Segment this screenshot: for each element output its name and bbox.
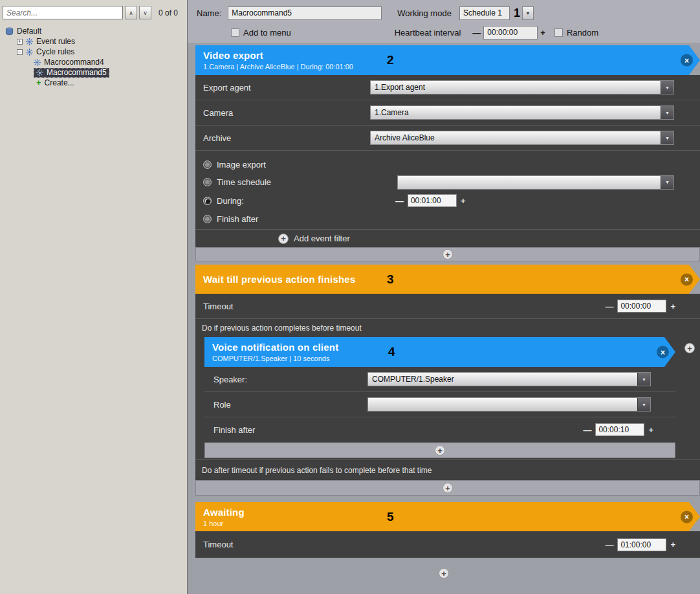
radio-during[interactable]: During: — + xyxy=(203,191,700,210)
chevron-down-icon[interactable]: ▼ xyxy=(661,131,673,144)
minus-button[interactable]: — xyxy=(601,540,617,549)
do-after-label: Do after timeout if previous action fail… xyxy=(195,459,700,480)
tree-item-macrocommand5[interactable]: Macrocommand5 xyxy=(0,67,187,78)
chevron-down-icon[interactable]: ▼ xyxy=(637,373,650,386)
random-label: Random xyxy=(567,28,598,38)
timeout-label: Timeout xyxy=(203,540,233,549)
radio-time-schedule[interactable]: Time schedule ▼ xyxy=(203,173,700,191)
search-prev-button[interactable]: ∧ xyxy=(125,6,137,19)
add-parallel-action-button[interactable]: + xyxy=(684,343,695,353)
radio-icon[interactable] xyxy=(203,197,212,205)
add-event-filter-button[interactable]: + Add event filter xyxy=(195,230,700,247)
speaker-dropdown[interactable]: COMPUTER/1.Speaker ▼ xyxy=(367,372,651,386)
add-to-menu-checkbox[interactable] xyxy=(231,28,239,37)
do-after-text: Do after timeout if previous action fail… xyxy=(202,466,432,475)
section-title: Awaiting xyxy=(203,507,700,518)
time-schedule-dropdown[interactable]: ▼ xyxy=(397,175,674,190)
close-icon[interactable]: × xyxy=(681,54,693,67)
plus-button[interactable]: + xyxy=(457,196,470,206)
minus-button[interactable]: — xyxy=(470,28,483,38)
wait-timeout-input[interactable] xyxy=(617,300,666,313)
section-subtitle: 1.Camera | Archive AliceBlue | During: 0… xyxy=(203,63,700,71)
annotation-1: 1 xyxy=(514,6,520,20)
wait-section: Wait till previous action finishes 3 × T… xyxy=(195,265,700,496)
search-next-button[interactable]: ∨ xyxy=(139,6,151,19)
awaiting-timeout-input[interactable] xyxy=(617,538,666,551)
export-agent-label: Export agent xyxy=(203,83,251,93)
plus-circle-icon[interactable]: + xyxy=(278,234,289,244)
rules-tree: Default + Event rules − Cycle rules xyxy=(0,22,187,88)
close-icon[interactable]: × xyxy=(681,273,693,285)
radio-icon[interactable] xyxy=(203,215,212,223)
role-dropdown[interactable]: ▼ xyxy=(367,397,651,412)
section-title: Wait till previous action finishes xyxy=(203,274,700,285)
during-spinner: — + xyxy=(391,194,470,207)
plus-circle-icon[interactable]: + xyxy=(443,483,453,493)
search-result-count: 0 of 0 xyxy=(159,8,178,17)
tree-item-default[interactable]: Default xyxy=(0,26,187,36)
add-action-bar[interactable]: + xyxy=(195,247,700,261)
archive-dropdown[interactable]: Archive AliceBlue ▼ xyxy=(370,131,674,145)
voice-notification-block: Voice notification on client COMPUTER/1.… xyxy=(204,337,675,458)
macro-name-input[interactable] xyxy=(228,6,382,20)
tree-item-label: Cycle rules xyxy=(36,47,74,56)
plus-button[interactable]: + xyxy=(538,28,548,38)
plus-button[interactable]: + xyxy=(666,302,679,311)
video-export-header[interactable]: Video export 1.Camera | Archive AliceBlu… xyxy=(195,45,700,75)
add-action-bar[interactable]: + xyxy=(195,480,700,496)
chevron-down-icon[interactable]: ▼ xyxy=(637,398,650,411)
working-mode-dropdown[interactable]: Schedule 1 xyxy=(459,6,510,20)
expand-icon[interactable]: + xyxy=(17,39,23,45)
finish-after-input[interactable] xyxy=(595,423,644,436)
plus-circle-icon[interactable]: + xyxy=(439,568,449,578)
export-agent-dropdown[interactable]: 1.Export agent ▼ xyxy=(370,80,674,94)
minus-button[interactable]: — xyxy=(391,196,408,206)
close-icon[interactable]: × xyxy=(657,346,669,358)
tree-item-macrocommand4[interactable]: Macrocommand4 xyxy=(0,57,187,67)
chevron-down-icon: ▼ xyxy=(525,11,530,16)
search-input[interactable] xyxy=(3,6,123,19)
radio-icon[interactable] xyxy=(203,160,212,169)
plus-circle-icon[interactable]: + xyxy=(435,445,445,456)
radio-finish-after[interactable]: Finish after xyxy=(203,210,700,228)
close-icon[interactable]: × xyxy=(681,511,693,523)
radio-image-export[interactable]: Image export xyxy=(203,156,700,173)
chevron-down-icon[interactable]: ▼ xyxy=(661,106,673,119)
plus-circle-icon[interactable]: + xyxy=(443,249,453,259)
camera-dropdown[interactable]: 1.Camera ▼ xyxy=(370,105,674,120)
tree-item-cycle-rules[interactable]: − Cycle rules xyxy=(0,47,187,57)
minus-button[interactable]: — xyxy=(579,425,595,435)
add-action-bar[interactable]: + xyxy=(204,443,675,458)
during-input[interactable] xyxy=(408,194,457,207)
add-action-button[interactable]: + xyxy=(188,568,700,578)
minus-button[interactable]: — xyxy=(601,302,617,311)
radio-icon[interactable] xyxy=(203,178,212,186)
finish-after-spinner: — + xyxy=(579,423,657,436)
chevron-down-icon[interactable]: ▼ xyxy=(661,176,673,189)
role-row: Role ▼ xyxy=(204,392,675,417)
export-agent-row: Export agent 1.Export agent ▼ xyxy=(195,75,700,100)
chevron-down-icon[interactable]: ▼ xyxy=(661,81,673,94)
section-subtitle: 1 hour xyxy=(203,520,700,527)
wait-header[interactable]: Wait till previous action finishes 3 × xyxy=(195,265,700,294)
plus-button[interactable]: + xyxy=(644,425,657,435)
random-checkbox[interactable] xyxy=(554,28,563,37)
plus-button[interactable]: + xyxy=(666,540,679,549)
section-subtitle: COMPUTER/1.Speaker | 10 seconds xyxy=(212,355,675,362)
working-mode-arrow-button[interactable]: ▼ xyxy=(522,6,534,20)
video-export-section: Video export 1.Camera | Archive AliceBlu… xyxy=(195,45,700,261)
tree-item-event-rules[interactable]: + Event rules xyxy=(0,36,187,47)
heartbeat-interval-label: Heartbeat interval xyxy=(395,28,461,38)
sidebar: ∧ ∨ 0 of 0 Default + Event rules xyxy=(0,0,188,594)
tree-item-create[interactable]: + Create... xyxy=(0,78,187,88)
radio-label: Time schedule xyxy=(217,177,271,187)
camera-row: Camera 1.Camera ▼ xyxy=(195,100,700,126)
macro-icon xyxy=(34,59,41,66)
wait-timeout-spinner: — + xyxy=(601,300,679,313)
voice-header[interactable]: Voice notification on client COMPUTER/1.… xyxy=(204,337,675,367)
tree-item-label: Macrocommand4 xyxy=(44,58,104,67)
awaiting-header[interactable]: Awaiting 1 hour 5 × xyxy=(195,502,700,531)
chevron-up-icon: ∧ xyxy=(129,10,133,16)
collapse-icon[interactable]: − xyxy=(17,49,23,55)
heartbeat-interval-input[interactable] xyxy=(483,26,538,39)
